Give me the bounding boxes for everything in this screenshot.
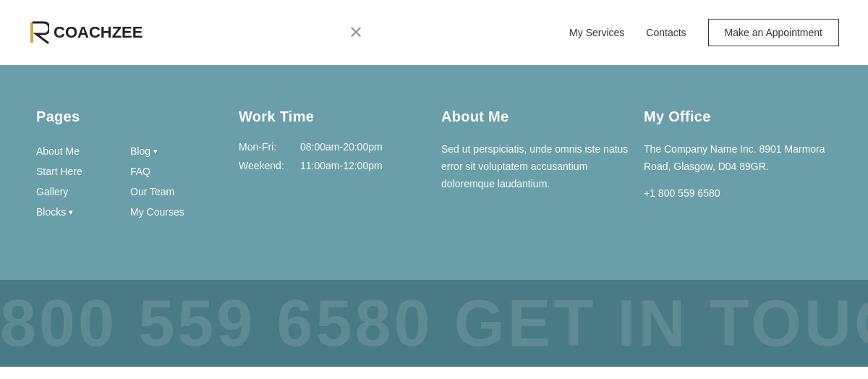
make-appointment-button[interactable]: Make an Appointment (708, 19, 839, 46)
header-nav: My Services Contacts Make an Appointment (569, 19, 839, 46)
worktime-weekday-label: Mon-Fri: (239, 141, 293, 153)
worktime-row-weekend: Weekend: 11:00am-12:00pm (239, 160, 427, 171)
blog-chevron-icon: ▾ (153, 147, 158, 156)
aboutme-column: About Me Sed ut perspiciatis, unde omnis… (441, 108, 629, 222)
worktime-weekday-hours: 08:00am-20:00pm (300, 141, 383, 153)
footer-columns: Pages About Me Start Here Gallery Blocks… (36, 108, 832, 222)
footer-section: Pages About Me Start Here Gallery Blocks… (0, 65, 868, 280)
header: COACHZEE ✕ My Services Contacts Make an … (0, 0, 868, 65)
nav-contacts[interactable]: Contacts (646, 27, 686, 38)
page-link-our-team[interactable]: Our Team (130, 182, 224, 202)
page-link-my-courses[interactable]: My Courses (130, 202, 224, 222)
office-address: The Company Name Inc. 8901 Marmora Road,… (644, 141, 832, 176)
blocks-chevron-icon: ▾ (69, 208, 73, 217)
aboutme-heading: About Me (441, 108, 629, 125)
logo-label: COACHZEE (54, 23, 142, 42)
pages-heading: Pages (36, 108, 224, 125)
pages-col2: Blog ▾ FAQ Our Team My Courses (130, 141, 224, 222)
page-link-about-me[interactable]: About Me (36, 141, 130, 161)
page-link-blog[interactable]: Blog ▾ (130, 141, 224, 161)
bottom-strip: 800 559 6580 GET IN TOUCH +1 800 559 658… (0, 280, 868, 367)
worktime-weekend-label: Weekend: (239, 160, 293, 171)
logo[interactable]: COACHZEE (29, 20, 142, 46)
worktime-heading: Work Time (239, 108, 427, 125)
page-link-faq[interactable]: FAQ (130, 161, 224, 182)
worktime-column: Work Time Mon-Fri: 08:00am-20:00pm Weeke… (239, 108, 427, 222)
worktime-row-weekday: Mon-Fri: 08:00am-20:00pm (239, 141, 427, 153)
page-link-blocks[interactable]: Blocks ▾ (36, 202, 130, 222)
worktime-weekend-hours: 11:00am-12:00pm (300, 160, 383, 171)
svg-rect-0 (30, 22, 33, 43)
office-phone: +1 800 559 6580 (644, 187, 832, 199)
pages-grid: About Me Start Here Gallery Blocks ▾ Blo… (36, 141, 224, 222)
pages-col1: About Me Start Here Gallery Blocks ▾ (36, 141, 130, 222)
aboutme-text: Sed ut perspiciatis, unde omnis iste nat… (441, 141, 629, 192)
myoffice-heading: My Office (644, 108, 832, 125)
logo-icon (29, 20, 49, 46)
pages-column: Pages About Me Start Here Gallery Blocks… (36, 108, 224, 222)
page-link-gallery[interactable]: Gallery (36, 182, 130, 202)
close-icon[interactable]: ✕ (349, 22, 363, 43)
nav-services[interactable]: My Services (569, 27, 624, 38)
myoffice-column: My Office The Company Name Inc. 8901 Mar… (644, 108, 832, 222)
page-link-start-here[interactable]: Start Here (36, 161, 130, 182)
bottom-strip-text: 800 559 6580 GET IN TOUCH +1 800 559 658… (0, 286, 868, 361)
